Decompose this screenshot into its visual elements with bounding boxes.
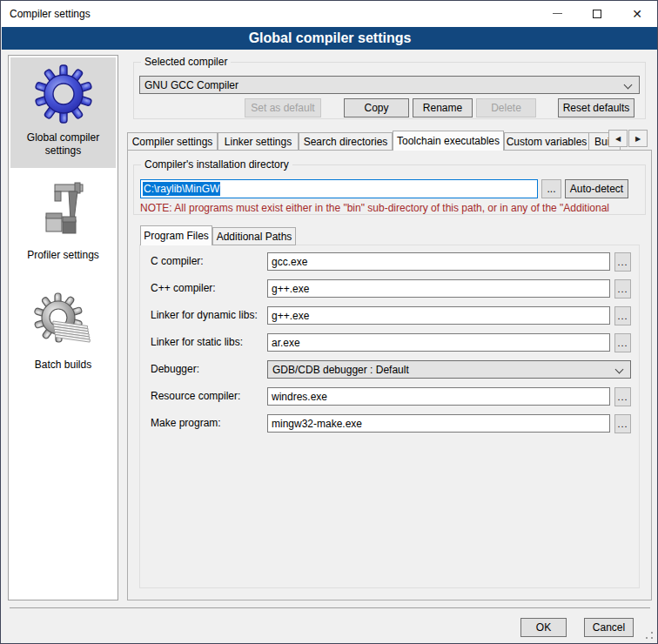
linker-static-input[interactable] — [267, 333, 610, 352]
maximize-icon — [593, 10, 601, 18]
resource-compiler-browse-button[interactable]: ... — [614, 387, 631, 406]
tab-linker-settings[interactable]: Linker settings — [218, 132, 299, 151]
arrow-left-icon: ◀ — [615, 135, 621, 143]
program-files-page: C compiler: ... C++ compiler: ... Linker… — [139, 245, 640, 588]
cpp-compiler-label: C++ compiler: — [151, 282, 216, 294]
blue-gear-icon — [34, 64, 93, 126]
rename-button[interactable]: Rename — [413, 98, 473, 117]
tab-toolchain-executables[interactable]: Toolchain executables — [393, 131, 504, 151]
debugger-select[interactable]: GDB/CDB debugger : Default — [267, 360, 631, 379]
ok-button[interactable]: OK — [520, 618, 567, 637]
resource-compiler-input[interactable] — [267, 387, 610, 406]
subtab-program-files[interactable]: Program Files — [140, 225, 212, 245]
compiler-settings-window: Compiler settings ✕ Global compiler sett… — [0, 0, 658, 644]
close-button[interactable]: ✕ — [617, 1, 657, 26]
c-compiler-browse-button[interactable]: ... — [614, 252, 631, 272]
sidebar-item-label: Global compiler settings — [10, 131, 116, 158]
window-title: Compiler settings — [10, 8, 91, 20]
cancel-button[interactable]: Cancel — [584, 618, 634, 637]
selected-compiler-group-label: Selected compiler — [141, 56, 231, 68]
tab-search-directories[interactable]: Search directories — [299, 132, 393, 151]
copy-button[interactable]: Copy — [344, 98, 409, 117]
chevron-down-icon — [624, 81, 633, 90]
tab-scroll-left-button[interactable]: ◀ — [608, 130, 628, 147]
sidebar-item-label: Profiler settings — [24, 249, 103, 262]
maximize-button[interactable] — [577, 1, 617, 26]
compiler-select[interactable]: GNU GCC Compiler — [139, 76, 640, 94]
linker-dynamic-label: Linker for dynamic libs: — [151, 309, 258, 321]
cpp-compiler-browse-button[interactable]: ... — [614, 279, 631, 299]
installation-directory-input[interactable]: C:\raylib\MinGW — [140, 179, 538, 198]
cpp-compiler-input[interactable] — [267, 279, 610, 298]
subtab-additional-paths[interactable]: Additional Paths — [212, 227, 296, 245]
reset-defaults-button[interactable]: Reset defaults — [558, 98, 634, 117]
linker-static-browse-button[interactable]: ... — [614, 333, 631, 352]
delete-button[interactable]: Delete — [476, 98, 536, 117]
set-as-default-button[interactable]: Set as default — [245, 98, 321, 117]
minimize-icon — [553, 13, 562, 14]
auto-detect-button[interactable]: Auto-detect — [565, 179, 628, 198]
sidebar-item-global-compiler-settings[interactable]: Global compiler settings — [10, 57, 116, 168]
minimize-button[interactable] — [537, 1, 577, 26]
chevron-down-icon — [615, 366, 624, 374]
note-text: NOTE: All programs must exist either in … — [140, 202, 645, 214]
installation-directory-group-label: Compiler's installation directory — [141, 158, 292, 171]
settings-category-list: Global compiler settings — [8, 55, 118, 600]
c-compiler-input[interactable] — [267, 252, 610, 271]
close-icon: ✕ — [632, 8, 642, 20]
footer-divider — [10, 607, 650, 608]
make-program-label: Make program: — [151, 417, 221, 429]
caliper-icon — [34, 182, 93, 244]
linker-static-label: Linker for static libs: — [151, 336, 243, 348]
linker-dynamic-input[interactable] — [267, 306, 610, 325]
arrow-right-icon: ▶ — [635, 135, 641, 143]
tab-scroll-right-button[interactable]: ▶ — [628, 130, 648, 147]
sidebar-item-batch-builds[interactable]: Batch builds — [10, 285, 116, 372]
title-bar[interactable]: Compiler settings ✕ — [1, 1, 657, 27]
installation-directory-selected-text: C:\raylib\MinGW — [143, 182, 220, 196]
resource-compiler-label: Resource compiler: — [151, 390, 240, 402]
gear-papers-icon — [34, 292, 93, 353]
linker-dynamic-browse-button[interactable]: ... — [614, 306, 631, 325]
page-title: Global compiler settings — [2, 27, 658, 50]
compiler-select-value: GNU GCC Compiler — [144, 79, 238, 91]
tab-compiler-settings[interactable]: Compiler settings — [127, 132, 218, 151]
resize-grip[interactable] — [645, 631, 654, 640]
sidebar-item-profiler-settings[interactable]: Profiler settings — [10, 175, 116, 262]
make-program-browse-button[interactable]: ... — [614, 414, 631, 433]
debugger-select-value: GDB/CDB debugger : Default — [272, 364, 409, 376]
tab-custom-variables[interactable]: Custom variables — [504, 132, 589, 151]
sidebar-item-label: Batch builds — [31, 359, 95, 372]
browse-directory-button[interactable]: ... — [541, 179, 561, 198]
debugger-label: Debugger: — [151, 363, 199, 375]
make-program-input[interactable] — [267, 414, 610, 433]
c-compiler-label: C compiler: — [151, 255, 204, 267]
